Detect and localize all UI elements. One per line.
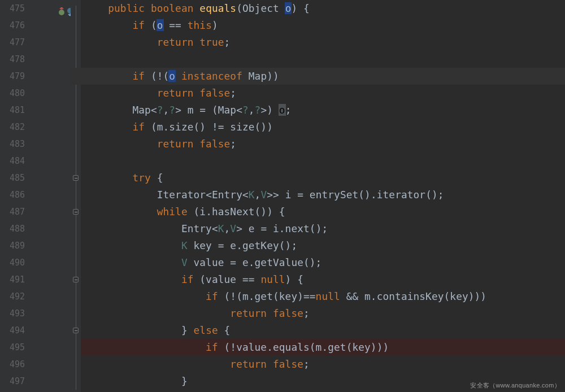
code-line[interactable]: return false; xyxy=(81,356,565,373)
code-line[interactable]: return false; xyxy=(81,305,565,322)
code-token: V xyxy=(181,256,188,268)
line-number[interactable]: 484 xyxy=(0,153,25,169)
code-token: null xyxy=(260,273,285,285)
code-token: (!value.equals(m.get(key))) xyxy=(224,341,389,353)
line-number[interactable]: 480 xyxy=(0,85,25,102)
code-token: return false xyxy=(230,307,303,319)
code-token: ? xyxy=(169,104,175,116)
line-number[interactable]: 487 xyxy=(0,203,25,220)
code-line[interactable]: return false; xyxy=(81,85,565,102)
fold-handle[interactable] xyxy=(73,277,79,282)
code-token: return false xyxy=(157,87,231,99)
code-token: public xyxy=(108,2,151,14)
code-line[interactable]: Entry<K,V> e = i.next(); xyxy=(81,220,565,237)
code-token: if xyxy=(132,121,150,133)
code-token: Entry xyxy=(181,223,212,234)
line-number[interactable]: 497 xyxy=(0,373,25,390)
code-line[interactable]: return false; xyxy=(81,136,565,153)
code-token: Iterator xyxy=(157,189,206,201)
code-line[interactable]: if (!(o instanceof Map)) xyxy=(81,68,565,85)
code-token: (!(m.get(key)== xyxy=(224,290,316,302)
line-number[interactable]: 483 xyxy=(0,136,25,153)
code-token: < xyxy=(212,223,218,234)
code-token: equals xyxy=(199,2,236,14)
line-number[interactable]: 476 xyxy=(0,17,25,34)
code-token: if xyxy=(206,290,224,302)
line-number[interactable]: 482 xyxy=(0,119,25,136)
code-line[interactable]: } else { xyxy=(81,322,565,339)
code-token: > m = (Map< xyxy=(175,104,242,116)
code-token: V xyxy=(230,223,236,234)
code-token: Object xyxy=(242,2,285,14)
code-token: else xyxy=(194,324,224,336)
line-number[interactable]: 486 xyxy=(0,186,25,203)
code-line[interactable]: if (value == null) { xyxy=(81,271,565,288)
code-token: (i.hasNext()) { xyxy=(194,206,285,217)
code-token: while xyxy=(157,206,194,217)
fold-handle[interactable] xyxy=(73,328,79,333)
fold-handle[interactable] xyxy=(73,175,79,181)
line-number[interactable]: 488 xyxy=(0,220,25,237)
code-token: , xyxy=(163,104,169,116)
line-number[interactable]: 475 xyxy=(0,0,25,17)
code-line[interactable]: Map<?,?> m = (Map<?,?>) o; xyxy=(81,102,565,119)
code-area[interactable]: public boolean equals(Object o) { if (o … xyxy=(81,0,565,392)
gutter-marks[interactable]: @ xyxy=(28,0,71,392)
code-token: ; xyxy=(303,307,310,319)
code-line[interactable]: return true; xyxy=(81,34,565,51)
code-line[interactable]: K key = e.getKey(); xyxy=(81,237,565,254)
code-line[interactable]: try { xyxy=(81,169,565,186)
code-token: ; xyxy=(224,36,231,48)
code-token: && m.containsKey(key))) xyxy=(340,290,486,302)
code-token: if xyxy=(206,341,224,353)
code-line[interactable]: if (m.size() != size()) xyxy=(81,119,565,136)
code-line[interactable]: while (i.hasNext()) { xyxy=(81,203,565,220)
code-token: > e = i.next(); xyxy=(236,223,328,234)
line-number[interactable]: 494 xyxy=(0,322,25,339)
code-line[interactable]: if (!(m.get(key)==null && m.containsKey(… xyxy=(81,288,565,305)
line-number[interactable]: 496 xyxy=(0,356,25,373)
gutter-fold[interactable] xyxy=(71,0,81,392)
svg-point-0 xyxy=(59,10,64,15)
code-token: Map xyxy=(132,104,150,116)
code-token: Map)) xyxy=(249,70,279,82)
line-number[interactable]: 493 xyxy=(0,305,25,322)
code-token: Entry xyxy=(212,189,242,201)
code-line[interactable] xyxy=(81,51,565,68)
code-line[interactable]: V value = e.getValue(); xyxy=(81,254,565,271)
code-token: boolean xyxy=(151,2,199,14)
line-number[interactable]: 489 xyxy=(0,237,25,254)
line-number[interactable]: 479 xyxy=(0,68,25,85)
code-line[interactable]: if (o == this) xyxy=(81,17,565,34)
code-line[interactable] xyxy=(81,153,565,169)
line-number[interactable]: 481 xyxy=(0,102,25,119)
line-number[interactable]: 495 xyxy=(0,339,25,356)
code-line[interactable]: if (!value.equals(m.get(key))) xyxy=(81,339,565,356)
code-token: ? xyxy=(255,104,261,116)
code-token: < xyxy=(242,189,249,201)
code-token: , xyxy=(224,223,231,234)
code-token: { xyxy=(224,324,231,336)
code-token: >> i = entrySet().iterator(); xyxy=(267,189,444,201)
gutter-line-numbers[interactable]: 4754764774784794804814824834844854864874… xyxy=(0,0,28,392)
code-token: (m.size() != size()) xyxy=(151,121,273,133)
code-line[interactable]: Iterator<Entry<K,V>> i = entrySet().iter… xyxy=(81,186,565,203)
fold-handle[interactable] xyxy=(73,209,79,215)
code-token: ; xyxy=(230,138,236,150)
code-token: return false xyxy=(157,138,231,150)
code-token: (!( xyxy=(151,70,169,82)
code-token: ? xyxy=(157,104,163,116)
line-number[interactable]: 492 xyxy=(0,288,25,305)
code-token: { xyxy=(157,172,163,184)
code-token: instanceof xyxy=(181,70,249,82)
line-number[interactable]: 491 xyxy=(0,271,25,288)
line-number[interactable]: 477 xyxy=(0,34,25,51)
code-line[interactable]: public boolean equals(Object o) { xyxy=(81,0,565,17)
line-number[interactable]: 485 xyxy=(0,169,25,186)
code-token: ; xyxy=(285,104,292,116)
code-token: , xyxy=(255,189,261,201)
line-number[interactable]: 478 xyxy=(0,51,25,68)
code-token: == xyxy=(163,19,188,31)
code-token: < xyxy=(206,189,212,201)
line-number[interactable]: 490 xyxy=(0,254,25,271)
